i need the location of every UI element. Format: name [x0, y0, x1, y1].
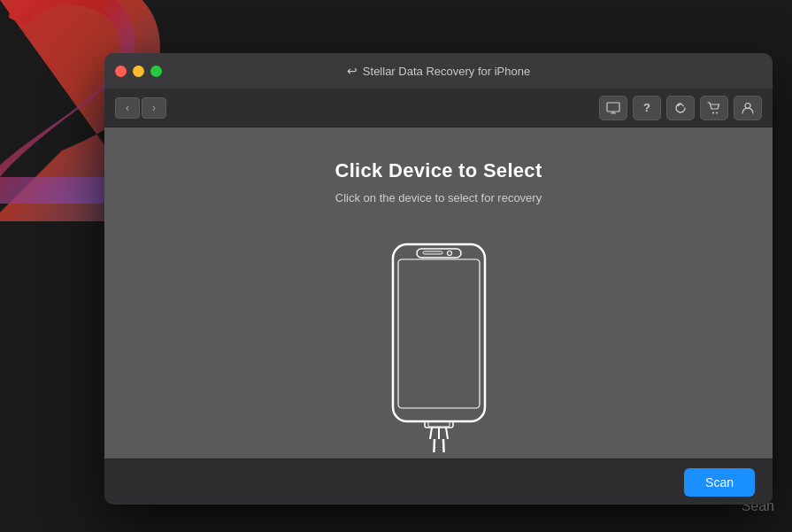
toolbar-cart-btn[interactable]	[700, 96, 728, 120]
svg-point-3	[712, 112, 714, 113]
title-label: Stellar Data Recovery for iPhone	[363, 65, 530, 78]
cart-icon	[707, 102, 721, 114]
phone-illustration[interactable]	[386, 240, 492, 452]
svg-rect-0	[607, 103, 619, 112]
nav-buttons: ‹ ›	[115, 97, 166, 119]
window-title: ↩ Stellar Data Recovery for iPhone	[347, 64, 530, 78]
back-button[interactable]: ‹	[115, 97, 140, 119]
svg-rect-6	[393, 244, 485, 421]
forward-button[interactable]: ›	[142, 97, 166, 119]
toolbar: ‹ › ?	[104, 89, 773, 127]
app-window: ↩ Stellar Data Recovery for iPhone ‹ ›	[104, 53, 773, 505]
phone-svg	[386, 240, 492, 452]
help-icon: ?	[643, 101, 650, 114]
refresh-icon	[674, 102, 687, 114]
title-icon: ↩	[347, 64, 358, 78]
page-title: Click Device to Select	[334, 159, 542, 182]
monitor-icon	[606, 102, 620, 114]
svg-rect-7	[398, 259, 480, 408]
svg-rect-10	[423, 251, 442, 254]
svg-line-16	[443, 439, 444, 452]
svg-line-12	[430, 428, 432, 439]
forward-icon: ›	[152, 102, 156, 114]
title-bar: ↩ Stellar Data Recovery for iPhone	[104, 53, 773, 89]
main-content: Click Device to Select Click on the devi…	[104, 127, 773, 459]
page-subtitle: Click on the device to select for recove…	[335, 191, 542, 204]
toolbar-actions: ?	[599, 96, 762, 120]
bottom-bar: Scan	[104, 459, 773, 505]
toolbar-user-btn[interactable]	[734, 96, 762, 120]
toolbar-refresh-btn[interactable]	[666, 96, 695, 120]
svg-point-4	[716, 112, 718, 113]
scan-button[interactable]: Scan	[684, 468, 755, 497]
svg-line-14	[446, 428, 448, 439]
minimize-button[interactable]	[133, 66, 144, 77]
svg-line-15	[434, 439, 434, 452]
traffic-lights	[115, 66, 162, 77]
svg-point-9	[447, 251, 451, 256]
close-button[interactable]	[115, 66, 127, 77]
maximize-button[interactable]	[150, 66, 162, 77]
toolbar-monitor-btn[interactable]	[599, 96, 627, 120]
user-icon	[742, 102, 754, 114]
back-icon: ‹	[126, 102, 129, 114]
toolbar-help-btn[interactable]: ?	[633, 96, 661, 120]
